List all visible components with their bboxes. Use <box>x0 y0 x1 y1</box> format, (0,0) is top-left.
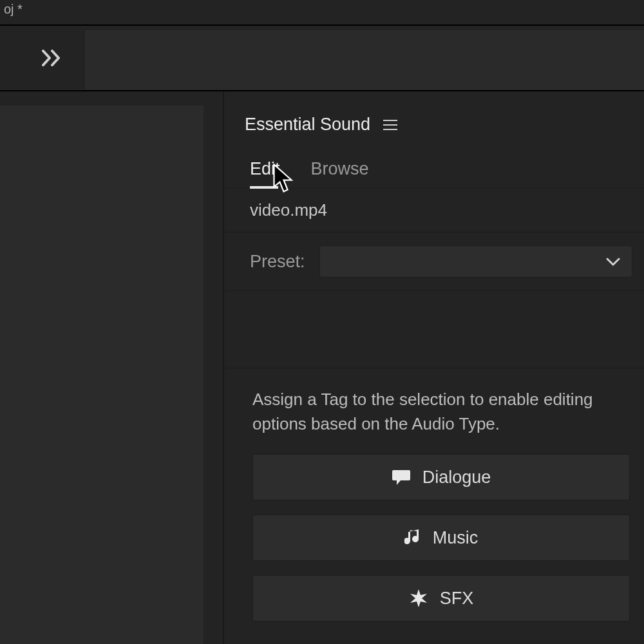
toolbar-empty-region <box>84 30 644 90</box>
panel-tabs: Edit Browse <box>224 159 644 189</box>
left-panel <box>0 91 224 644</box>
preset-label: Preset: <box>250 252 305 272</box>
chevron-double-right-icon <box>42 50 64 66</box>
burst-icon <box>409 589 428 608</box>
audio-tag-section: Assign a Tag to the selection to enable … <box>224 368 644 621</box>
tag-dialogue-label: Dialogue <box>422 468 491 488</box>
workspace-toolbar <box>0 26 644 91</box>
essential-sound-panel: Essential Sound Edit Browse video.mp4 Pr… <box>224 91 644 644</box>
chevron-down-icon <box>606 252 620 270</box>
tag-description: Assign a Tag to the selection to enable … <box>252 388 630 436</box>
titlebar: oj * <box>0 0 644 26</box>
document-title-fragment: oj * <box>4 2 23 16</box>
tag-sfx-label: SFX <box>440 589 474 609</box>
expand-panels-button[interactable] <box>35 40 71 76</box>
tab-browse[interactable]: Browse <box>311 159 369 188</box>
tag-music-label: Music <box>433 528 478 548</box>
tab-edit[interactable]: Edit <box>250 159 280 188</box>
panel-title: Essential Sound <box>245 115 370 135</box>
selected-clip-name: video.mp4 <box>224 189 644 232</box>
preset-row: Preset: <box>224 232 644 291</box>
tag-dialogue-button[interactable]: Dialogue <box>252 454 630 500</box>
speech-bubble-icon <box>392 469 411 486</box>
hamburger-icon <box>383 120 397 121</box>
tag-music-button[interactable]: Music <box>252 515 630 561</box>
music-note-icon <box>404 528 421 547</box>
preset-dropdown[interactable] <box>319 245 632 278</box>
left-panel-content <box>0 106 204 644</box>
panel-menu-button[interactable] <box>383 117 397 133</box>
tag-sfx-button[interactable]: SFX <box>252 575 630 621</box>
empty-section <box>224 291 644 368</box>
